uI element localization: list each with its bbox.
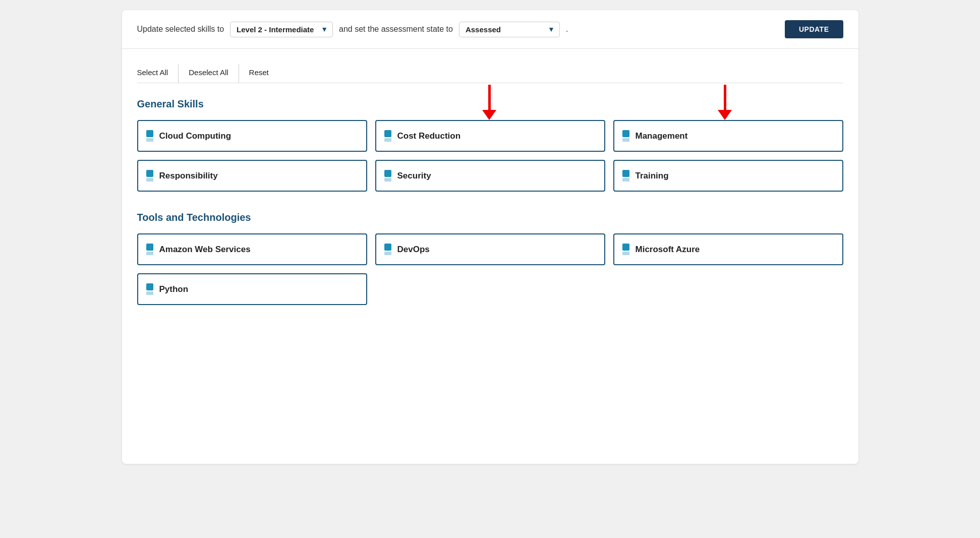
icon-top xyxy=(622,130,629,137)
arrow-head-1 xyxy=(482,110,496,120)
skill-card-devops[interactable]: DevOps xyxy=(375,233,605,265)
arrow-head-2 xyxy=(718,110,732,120)
skill-name-training: Training xyxy=(636,171,669,181)
skill-card-cost-reduction[interactable]: Cost Reduction xyxy=(375,120,605,152)
select-all-button[interactable]: Select All xyxy=(137,64,179,83)
skill-icon xyxy=(384,244,391,255)
tools-technologies-section: Tools and Technologies Amazon Web Servic… xyxy=(137,212,843,305)
icon-bottom xyxy=(146,138,153,142)
skill-name-security: Security xyxy=(397,171,431,181)
main-card: Update selected skills to Level 1 - Begi… xyxy=(122,10,858,464)
general-skills-title: General Skills xyxy=(137,98,843,110)
icon-bottom xyxy=(146,178,153,182)
icon-top xyxy=(622,170,629,177)
skill-icon xyxy=(384,170,391,182)
icon-top xyxy=(384,170,391,177)
skill-card-responsibility[interactable]: Responsibility xyxy=(137,160,367,192)
content-area: Select All Deselect All Reset General Sk… xyxy=(122,49,858,340)
skill-icon xyxy=(146,244,153,255)
skill-icon xyxy=(384,130,391,142)
icon-top xyxy=(146,244,153,251)
tools-technologies-title: Tools and Technologies xyxy=(137,212,843,223)
toolbar-dot: . xyxy=(566,25,568,34)
skill-card-security[interactable]: Security xyxy=(375,160,605,192)
skill-card-python[interactable]: Python xyxy=(137,273,367,305)
icon-bottom xyxy=(146,252,153,255)
icon-bottom xyxy=(384,252,391,255)
skill-name-cloud-computing: Cloud Computing xyxy=(159,131,232,141)
skill-card-training[interactable]: Training xyxy=(613,160,843,192)
level-select-wrapper: Level 1 - Beginner Level 2 - Intermediat… xyxy=(230,22,333,37)
toolbar-middle: and set the assessment state to xyxy=(339,25,453,34)
state-select[interactable]: Not Assessed Assessed In Progress xyxy=(459,22,560,37)
icon-bottom xyxy=(622,138,629,142)
skill-name-devops: DevOps xyxy=(397,245,430,255)
toolbar-prefix: Update selected skills to xyxy=(137,25,224,34)
icon-top xyxy=(384,130,391,137)
skill-name-python: Python xyxy=(159,284,189,294)
icon-bottom xyxy=(146,291,153,295)
skill-icon xyxy=(146,130,153,142)
skill-card-azure[interactable]: Microsoft Azure xyxy=(613,233,843,265)
general-skills-section: General Skills xyxy=(137,98,843,192)
skill-icon xyxy=(622,244,629,255)
icon-bottom xyxy=(622,178,629,182)
state-select-wrapper: Not Assessed Assessed In Progress ▼ xyxy=(459,22,560,37)
skill-card-aws[interactable]: Amazon Web Services xyxy=(137,233,367,265)
icon-bottom xyxy=(622,252,629,255)
reset-button[interactable]: Reset xyxy=(249,64,279,83)
deselect-all-button[interactable]: Deselect All xyxy=(189,64,239,83)
skill-icon xyxy=(146,283,153,295)
icon-top xyxy=(146,283,153,290)
toolbar: Update selected skills to Level 1 - Begi… xyxy=(122,10,858,49)
skill-icon xyxy=(622,170,629,182)
update-button[interactable]: UPDATE xyxy=(785,20,843,38)
action-bar: Select All Deselect All Reset xyxy=(137,64,843,83)
icon-bottom xyxy=(384,138,391,142)
general-skills-grid: Cloud Computing Cost Reduction xyxy=(137,120,843,192)
tools-skills-grid: Amazon Web Services DevOps M xyxy=(137,233,843,305)
skill-icon xyxy=(146,170,153,182)
skill-name-responsibility: Responsibility xyxy=(159,171,218,181)
icon-top xyxy=(622,244,629,251)
skill-name-management: Management xyxy=(636,131,688,141)
icon-bottom xyxy=(384,178,391,182)
skill-icon xyxy=(622,130,629,142)
skill-card-management[interactable]: Management xyxy=(613,120,843,152)
icon-top xyxy=(384,244,391,251)
icon-top xyxy=(146,130,153,137)
skill-card-cloud-computing[interactable]: Cloud Computing xyxy=(137,120,367,152)
skill-name-cost-reduction: Cost Reduction xyxy=(397,131,461,141)
skill-name-aws: Amazon Web Services xyxy=(159,245,251,255)
level-select[interactable]: Level 1 - Beginner Level 2 - Intermediat… xyxy=(230,22,333,37)
icon-top xyxy=(146,170,153,177)
skill-name-azure: Microsoft Azure xyxy=(636,245,700,255)
